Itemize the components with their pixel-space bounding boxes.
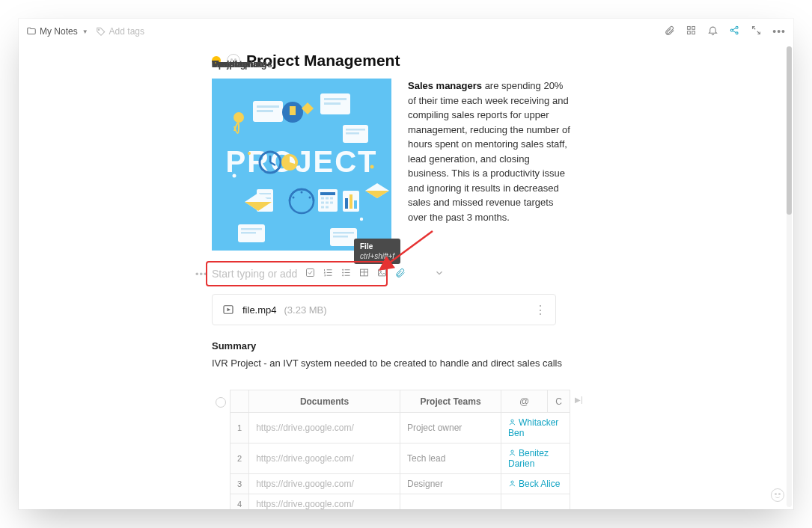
attachment-icon[interactable] [664, 25, 675, 38]
svg-point-7 [736, 32, 738, 34]
svg-rect-4 [692, 31, 695, 34]
bell-icon[interactable] [707, 25, 718, 38]
share-icon[interactable] [729, 25, 740, 38]
drag-handle-icon[interactable]: ••• [195, 268, 208, 280]
svg-point-6 [736, 26, 738, 28]
topbar: My Notes ▼ Add tags ••• [19, 19, 793, 44]
add-tags-label: Add tags [109, 26, 144, 37]
grid-icon[interactable] [686, 25, 697, 38]
tag-icon [96, 26, 106, 37]
caret-down-icon: ▼ [82, 28, 88, 35]
svg-point-0 [98, 29, 100, 31]
notebook-selector[interactable]: My Notes ▼ [26, 26, 88, 37]
more-icon[interactable]: ••• [772, 25, 786, 37]
scrollbar-thumb[interactable] [787, 46, 792, 215]
svg-rect-2 [692, 27, 695, 30]
scrollbar[interactable] [787, 46, 792, 507]
expand-icon[interactable] [751, 25, 762, 38]
documents-table: Documents Project Teams @ C 1Pre-plannin… [212, 390, 593, 509]
feedback-face-icon[interactable] [771, 488, 784, 502]
svg-point-5 [731, 29, 733, 31]
svg-rect-1 [688, 27, 691, 30]
notebook-name: My Notes [40, 26, 78, 37]
add-tags-button[interactable]: Add tags [96, 26, 144, 37]
svg-rect-3 [688, 31, 691, 34]
folder-icon [26, 26, 37, 37]
app-window: My Notes ▼ Add tags ••• [19, 19, 793, 509]
